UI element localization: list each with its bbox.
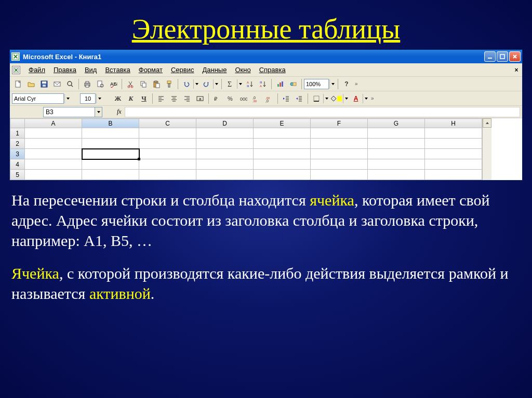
decrease-decimal-icon[interactable]: ,0,00 <box>250 93 262 104</box>
cell[interactable] <box>139 170 196 180</box>
print-icon[interactable] <box>81 78 94 90</box>
cell[interactable] <box>82 159 139 170</box>
cell[interactable] <box>254 170 311 180</box>
font-color-icon[interactable]: А <box>350 93 362 104</box>
menu-help[interactable]: Справка <box>255 65 290 75</box>
new-file-icon[interactable] <box>12 78 24 90</box>
cell[interactable] <box>368 159 425 170</box>
cell[interactable] <box>425 139 482 149</box>
scroll-track[interactable] <box>483 128 491 180</box>
cell[interactable] <box>254 139 311 149</box>
cell[interactable] <box>139 149 196 159</box>
print-preview-icon[interactable] <box>94 78 107 90</box>
cell[interactable] <box>311 159 368 170</box>
row-header-5[interactable]: 5 <box>10 170 25 180</box>
cell[interactable] <box>25 139 82 149</box>
fill-color-icon[interactable] <box>330 93 342 104</box>
row-header-3[interactable]: 3 <box>10 149 25 159</box>
font-size-select[interactable]: 10 <box>80 93 96 104</box>
merge-center-icon[interactable]: a <box>194 93 206 104</box>
menu-insert[interactable]: Вставка <box>101 65 134 75</box>
font-name-dropdown-icon[interactable] <box>64 94 71 103</box>
cell[interactable] <box>196 170 254 180</box>
mdi-close-button[interactable]: × <box>513 66 520 74</box>
grid-table[interactable]: A B C D E F G H 1 2 3 4 5 <box>10 118 482 180</box>
toolbar-overflow-icon[interactable]: » <box>369 95 376 101</box>
col-header-A[interactable]: A <box>25 119 82 128</box>
menu-data[interactable]: Данные <box>198 65 231 75</box>
cell[interactable] <box>82 128 139 139</box>
drawing-icon[interactable] <box>287 78 299 90</box>
zoom-dropdown-icon[interactable] <box>329 79 336 89</box>
cell-active[interactable] <box>82 149 139 159</box>
cell[interactable] <box>311 139 368 149</box>
formula-input[interactable] <box>125 107 520 117</box>
cell[interactable] <box>368 128 425 139</box>
increase-indent-icon[interactable] <box>293 93 305 104</box>
toolbar-overflow-icon[interactable]: » <box>353 81 360 87</box>
font-name-select[interactable]: Arial Cyr <box>12 93 64 104</box>
cell[interactable] <box>311 128 368 139</box>
underline-button[interactable]: Ч <box>138 93 150 104</box>
col-header-C[interactable]: C <box>139 119 196 128</box>
minimize-button[interactable] <box>484 51 496 62</box>
cell[interactable] <box>139 159 196 170</box>
name-box[interactable]: B3 <box>43 107 95 117</box>
help-icon[interactable]: ? <box>340 78 353 90</box>
paste-icon[interactable] <box>150 78 163 90</box>
scroll-up-icon[interactable] <box>483 118 491 128</box>
col-header-G[interactable]: G <box>368 119 425 128</box>
sort-desc-icon[interactable]: ЯА <box>257 78 269 90</box>
autosum-dropdown-icon[interactable] <box>237 79 243 89</box>
menu-window[interactable]: Окно <box>231 65 255 75</box>
cell[interactable] <box>25 149 82 159</box>
bold-button[interactable]: Ж <box>112 93 124 104</box>
increase-decimal-icon[interactable]: ,00,0 <box>263 93 275 104</box>
format-painter-icon[interactable] <box>163 78 176 90</box>
cell[interactable] <box>425 149 482 159</box>
cut-icon[interactable] <box>124 78 137 90</box>
copy-icon[interactable] <box>137 78 150 90</box>
borders-icon[interactable] <box>310 93 323 104</box>
undo-icon[interactable] <box>180 78 193 90</box>
search-icon[interactable] <box>64 78 76 90</box>
maximize-button[interactable] <box>497 51 508 62</box>
align-right-icon[interactable] <box>181 93 193 104</box>
italic-button[interactable]: К <box>125 93 137 104</box>
font-size-dropdown-icon[interactable] <box>96 94 102 103</box>
align-left-icon[interactable] <box>155 93 167 104</box>
vertical-scrollbar[interactable] <box>482 118 491 180</box>
document-icon[interactable] <box>12 66 20 74</box>
align-center-icon[interactable] <box>168 93 180 104</box>
cell[interactable] <box>311 170 368 180</box>
col-header-B[interactable]: B <box>82 119 139 128</box>
cell[interactable] <box>368 149 425 159</box>
cell[interactable] <box>82 170 139 180</box>
cell[interactable] <box>425 128 482 139</box>
row-header-4[interactable]: 4 <box>10 159 25 170</box>
cell[interactable] <box>196 159 254 170</box>
redo-icon[interactable] <box>200 78 212 90</box>
cell[interactable] <box>425 159 482 170</box>
cell[interactable] <box>25 128 82 139</box>
name-box-dropdown-icon[interactable] <box>95 107 102 117</box>
fill-color-dropdown-icon[interactable] <box>343 94 349 103</box>
sort-asc-icon[interactable]: АЯ <box>244 78 256 90</box>
cell[interactable] <box>196 139 254 149</box>
open-file-icon[interactable] <box>25 78 37 90</box>
col-header-D[interactable]: D <box>196 119 254 128</box>
menu-edit[interactable]: Правка <box>49 65 81 75</box>
cell[interactable] <box>254 128 311 139</box>
row-header-1[interactable]: 1 <box>10 128 25 139</box>
cell[interactable] <box>368 170 425 180</box>
menu-view[interactable]: Вид <box>81 65 101 75</box>
decrease-indent-icon[interactable] <box>280 93 292 104</box>
cell[interactable] <box>254 159 311 170</box>
cell[interactable] <box>425 170 482 180</box>
cell[interactable] <box>254 149 311 159</box>
chart-wizard-icon[interactable] <box>274 78 286 90</box>
menu-format[interactable]: Формат <box>135 65 167 75</box>
email-icon[interactable] <box>51 78 63 90</box>
col-header-F[interactable]: F <box>311 119 368 128</box>
cell[interactable] <box>196 128 254 139</box>
